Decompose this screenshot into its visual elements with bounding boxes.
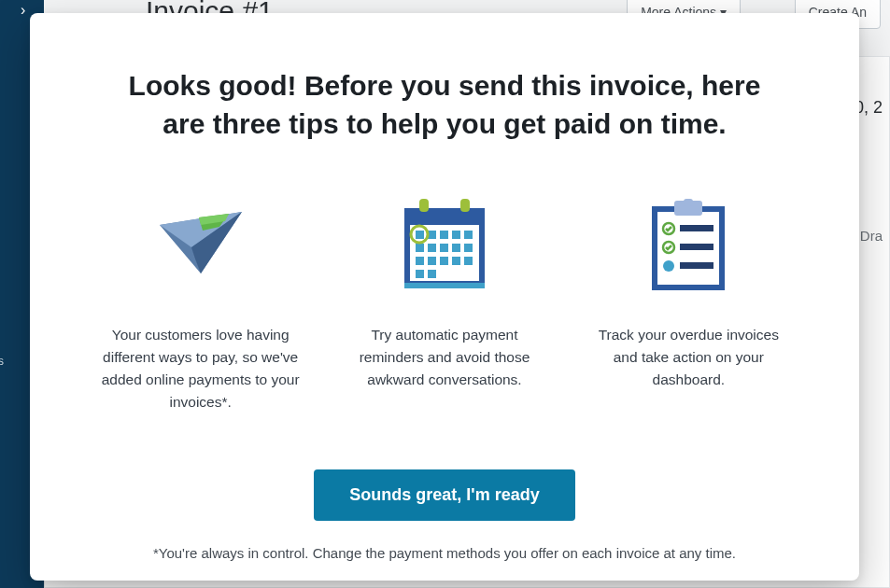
svg-rect-27 — [428, 270, 436, 278]
svg-rect-25 — [464, 257, 473, 265]
chevron-right-icon: › — [21, 2, 25, 19]
svg-rect-16 — [416, 244, 424, 252]
svg-rect-18 — [440, 244, 448, 252]
svg-rect-11 — [416, 231, 424, 239]
modal-title: Looks good! Before you send this invoice… — [127, 67, 762, 143]
tip-text: Try automatic payment reminders and avoi… — [342, 324, 547, 391]
tip-tracking: Track your overdue invoices and take act… — [586, 199, 792, 413]
svg-rect-14 — [452, 231, 460, 239]
svg-rect-32 — [684, 199, 693, 206]
svg-rect-36 — [680, 244, 713, 250]
svg-rect-23 — [440, 257, 448, 265]
svg-rect-34 — [680, 225, 713, 231]
svg-rect-10 — [460, 199, 470, 212]
svg-rect-26 — [416, 270, 424, 278]
svg-rect-22 — [428, 257, 436, 265]
sidebar-fragment-2: s — [0, 355, 4, 368]
tip-text: Your customers love having different way… — [98, 324, 304, 413]
tips-row: Your customers love having different way… — [97, 199, 792, 413]
svg-rect-21 — [416, 257, 424, 265]
sounds-great-button[interactable]: Sounds great, I'm ready — [314, 469, 574, 521]
svg-rect-13 — [440, 231, 448, 239]
modal-footnote: *You're always in control. Change the pa… — [97, 545, 792, 561]
svg-rect-24 — [452, 257, 460, 265]
svg-rect-20 — [464, 244, 473, 252]
tip-text: Track your overdue invoices and take act… — [586, 324, 791, 391]
svg-rect-19 — [452, 244, 460, 252]
tip-payments: Your customers love having different way… — [97, 199, 304, 413]
clipboard-checklist-icon — [586, 199, 792, 292]
svg-rect-38 — [680, 262, 713, 269]
svg-rect-9 — [419, 199, 429, 212]
paper-plane-money-icon — [97, 199, 304, 292]
calendar-icon — [341, 199, 547, 292]
svg-point-37 — [663, 260, 674, 272]
svg-rect-7 — [404, 283, 485, 288]
tips-modal: Looks good! Before you send this invoice… — [30, 13, 859, 581]
invoice-status-fragment: Dra — [860, 228, 883, 244]
svg-rect-15 — [464, 231, 473, 239]
tip-reminders: Try automatic payment reminders and avoi… — [341, 199, 547, 413]
svg-rect-17 — [428, 244, 436, 252]
